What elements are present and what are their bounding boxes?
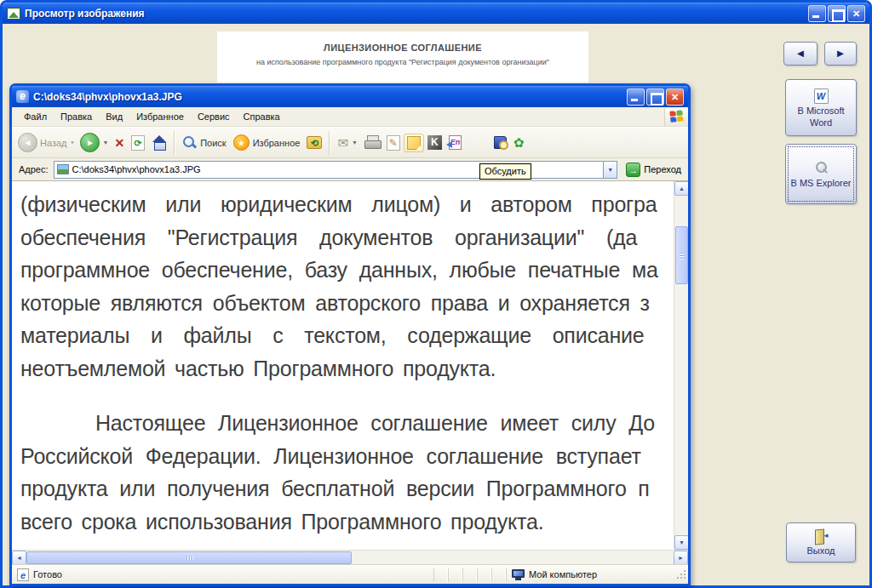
- back-dropdown-icon[interactable]: ▼: [70, 140, 76, 146]
- mail-dropdown-icon[interactable]: ▼: [352, 140, 358, 146]
- kaspersky-icon: K: [427, 135, 442, 150]
- refresh-button[interactable]: ⟳: [128, 133, 148, 153]
- word-document-icon: W: [814, 88, 829, 104]
- ie-close-button[interactable]: ✕: [666, 88, 684, 106]
- translate-button[interactable]: En: [445, 133, 465, 152]
- dictionary-button[interactable]: [490, 134, 510, 151]
- menu-edit[interactable]: Правка: [54, 109, 99, 124]
- document-line: программное обеспечение, базу данных, лю…: [20, 254, 674, 287]
- exit-button[interactable]: Выход: [786, 522, 856, 562]
- vertical-scrollbar[interactable]: ▲ ▼: [674, 181, 688, 550]
- document-line: Российской Федерации. Лицензионное согла…: [20, 440, 674, 473]
- status-pane: [491, 568, 506, 582]
- internet-explorer-icon: e: [16, 90, 29, 103]
- history-icon: ⟲: [307, 136, 322, 149]
- document-line: всего срока использования Программного п…: [20, 505, 674, 539]
- forward-icon: ►: [80, 133, 100, 152]
- arrow-right-icon: ►: [835, 47, 846, 60]
- stop-icon: ✕: [114, 136, 124, 150]
- toolbar-separator: [174, 131, 175, 155]
- toolbar-separator: [329, 131, 330, 155]
- icq-button[interactable]: ✿: [510, 133, 528, 153]
- translate-icon: En: [449, 135, 462, 150]
- image-file-icon: [57, 164, 69, 174]
- favorites-star-icon: ★: [233, 134, 250, 151]
- home-button[interactable]: [148, 134, 170, 152]
- address-value: C:\doks34\phvx\phovx1a3.JPG: [72, 164, 201, 174]
- back-icon: ◄: [18, 133, 37, 152]
- ie-page-icon: e: [17, 568, 29, 581]
- antivirus-button[interactable]: K: [424, 133, 445, 152]
- lingvo-book-icon: [494, 136, 507, 149]
- print-icon: [364, 138, 380, 150]
- horizontal-scroll-thumb[interactable]: [26, 551, 352, 564]
- background-document-title: ЛИЦЕНЗИОННОЕ СОГЛАШЕНИЕ: [217, 43, 588, 53]
- discuss-button[interactable]: [404, 134, 424, 152]
- icq-flower-icon: ✿: [513, 135, 525, 151]
- edit-button[interactable]: ✎: [383, 133, 404, 153]
- favorites-button[interactable]: ★ Избранное: [230, 132, 304, 153]
- menu-tools[interactable]: Сервис: [191, 109, 237, 124]
- menu-file[interactable]: Файл: [17, 109, 54, 124]
- open-in-word-label-line2: Word: [810, 117, 832, 128]
- arrow-left-icon: ◄: [795, 47, 806, 60]
- next-page-button[interactable]: ►: [824, 42, 857, 66]
- exit-door-icon: [813, 529, 829, 544]
- my-computer-icon: [512, 569, 525, 580]
- scroll-down-button[interactable]: ▼: [674, 535, 688, 550]
- minimize-button[interactable]: [808, 5, 826, 22]
- horizontal-scrollbar[interactable]: ◄ ►: [12, 550, 688, 564]
- print-button[interactable]: [361, 134, 383, 152]
- discuss-note-icon: [407, 136, 421, 150]
- document-line: (физическим или юридическим лицом) и авт…: [20, 188, 674, 221]
- open-in-ms-explorer-button[interactable]: В MS Explorer: [785, 144, 857, 204]
- ie-menubar: Файл Правка Вид Избранное Сервис Справка: [12, 107, 688, 127]
- history-button[interactable]: ⟲: [303, 134, 325, 151]
- back-label: Назад: [40, 138, 67, 148]
- forward-button[interactable]: ► ▼: [77, 133, 111, 152]
- status-ready-pane: e Готово: [14, 568, 433, 581]
- windows-flag-icon: [669, 110, 684, 123]
- discuss-tooltip: Обсудить: [479, 163, 531, 180]
- scroll-up-button[interactable]: ▲: [674, 181, 688, 196]
- document-line: продукта или получения бесплатной версии…: [20, 472, 674, 505]
- favorites-label: Избранное: [253, 138, 301, 148]
- status-zone-pane: Мой компьютер: [506, 568, 673, 582]
- ie-window: e C:\doks34\phvx\phovx1a3.JPG ✕ Файл Пра…: [9, 83, 691, 586]
- vertical-scroll-thumb[interactable]: [675, 226, 688, 284]
- home-icon: [152, 136, 167, 150]
- resize-grip[interactable]: [676, 569, 686, 579]
- address-dropdown-button[interactable]: ▼: [603, 161, 617, 179]
- open-in-word-button[interactable]: W В Microsoft Word: [785, 79, 857, 136]
- open-in-ms-explorer-label: В MS Explorer: [791, 178, 852, 188]
- search-button[interactable]: Поиск: [179, 133, 229, 152]
- status-pane: [462, 568, 477, 582]
- mail-button[interactable]: ✉ ▼: [334, 133, 361, 153]
- close-button[interactable]: ✕: [847, 5, 865, 22]
- ie-maximize-button[interactable]: [646, 88, 664, 106]
- status-pane: [477, 568, 491, 582]
- menu-favorites[interactable]: Избранное: [129, 109, 191, 124]
- previous-page-button[interactable]: ◄: [783, 42, 818, 66]
- menu-view[interactable]: Вид: [99, 109, 129, 124]
- back-button[interactable]: ◄ Назад ▼: [15, 133, 77, 152]
- go-button[interactable]: → Переход: [622, 162, 685, 178]
- ie-toolbar: ◄ Назад ▼ ► ▼ ✕ ⟳ Поиск ★ Избранное ⟲: [12, 127, 688, 158]
- scroll-left-button[interactable]: ◄: [12, 551, 26, 565]
- ie-minimize-button[interactable]: [627, 88, 645, 106]
- scroll-track[interactable]: [674, 284, 688, 535]
- document-line: неотъемлемой частью Программного продукт…: [20, 352, 674, 385]
- status-ready-label: Готово: [33, 569, 62, 579]
- menu-help[interactable]: Справка: [237, 109, 287, 124]
- maximize-button[interactable]: [828, 5, 846, 22]
- stop-button[interactable]: ✕: [111, 134, 128, 152]
- mail-icon: ✉: [337, 135, 348, 151]
- window-title: Просмотр изображения: [25, 8, 808, 20]
- scroll-right-button[interactable]: ►: [674, 551, 688, 565]
- scroll-track[interactable]: [352, 551, 674, 564]
- document-line: обеспечения "Регистрация документов орга…: [20, 221, 674, 254]
- forward-dropdown-icon[interactable]: ▼: [102, 140, 108, 146]
- open-in-word-label-line1: В Microsoft: [797, 106, 844, 116]
- go-arrow-icon: →: [626, 163, 640, 177]
- windows-logo-throbber: [664, 108, 688, 126]
